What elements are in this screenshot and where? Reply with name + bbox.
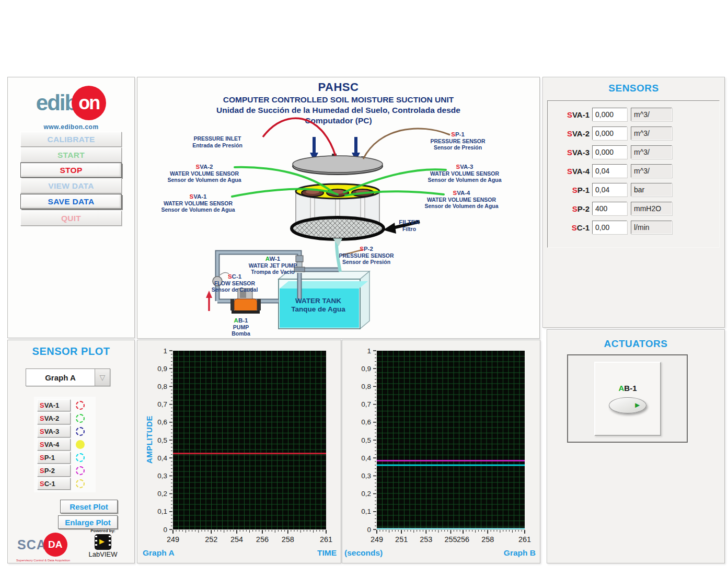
edibon-logo-circle: on [72, 86, 106, 120]
legend-swatch-sp1 [76, 453, 85, 462]
svg-text:0,5: 0,5 [361, 436, 371, 444]
sensors-title: SENSORS [543, 83, 724, 94]
diagram-label-sva2: SVA-2 WATER VOLUME SENSOR Sensor de Volu… [167, 164, 241, 183]
sensor-plot-title: SENSOR PLOT [8, 345, 134, 358]
sva3-value-field[interactable]: 0,000 [592, 145, 627, 159]
sva2-value-field[interactable]: 0,000 [592, 126, 627, 140]
svg-text:261: 261 [518, 535, 531, 544]
legend-swatch-sp2 [76, 466, 85, 475]
ab1-actuator-label: AB-1 [595, 384, 660, 393]
diagram-label-sp1: SP-1 PRESSURE SENSOR Sensor de Presión [430, 131, 485, 151]
start-button[interactable]: START [20, 147, 122, 163]
sp1-value-field[interactable]: 0,04 [592, 183, 627, 197]
ab1-toggle-button[interactable]: ► [609, 397, 646, 413]
svg-text:258: 258 [282, 535, 294, 544]
svg-text:0,3: 0,3 [361, 472, 371, 480]
legend-swatch-sc1 [76, 479, 85, 488]
labview-logo: Powered by: ▶ LabVIEW [82, 528, 124, 558]
actuators-title: ACTUATORS [547, 338, 724, 350]
time-axis-label: TIME [317, 548, 337, 558]
legend-item-sva3: SVA-3 [37, 425, 96, 438]
sva1-unit: m^3/ [631, 108, 672, 121]
svg-text:261: 261 [320, 535, 332, 544]
vessel-lid [293, 154, 383, 175]
svg-text:0,5: 0,5 [157, 436, 167, 444]
graph-selector-dropdown[interactable]: Graph A ▽ [26, 368, 110, 386]
plot-legend: SVA-1 SVA-2 SVA-3 SVA-4 SP-1 SP-2 [34, 397, 96, 492]
diagram-label-sva4: SVA-4 WATER VOLUME SENSOR Sensor de Volu… [424, 190, 498, 210]
enlarge-plot-button[interactable]: Enlarge Plot [58, 515, 118, 529]
graph-b-plot: 10,90,80,70,60,50,40,30,20,1024925125325… [342, 341, 540, 547]
sva3-unit: m^3/ [631, 145, 672, 159]
diagram-label-sc1: SC-1 FLOW SENSOR Sensor de Caudal [212, 273, 258, 293]
svg-text:0,9: 0,9 [361, 365, 371, 373]
svg-text:252: 252 [205, 535, 217, 544]
sensor-row-sva3: SVA-3 0,000 m^3/ [548, 145, 719, 159]
reset-plot-button[interactable]: Reset Plot [60, 500, 118, 513]
sensor-row-sp1: SP-1 0,04 bar [548, 182, 719, 197]
pressure-inlet-hose [263, 118, 336, 156]
diagram-label-sva3: SVA-3 WATER VOLUME SENSOR Sensor de Volu… [427, 164, 501, 183]
sensor-readout-list: SVA-1 0,000 m^3/ SVA-2 0,000 m^3/ SVA-3 … [547, 100, 720, 248]
svg-text:0: 0 [163, 526, 167, 534]
svg-text:254: 254 [230, 535, 243, 544]
chevron-down-icon: ▽ [95, 369, 110, 386]
svg-text:0,4: 0,4 [361, 454, 371, 462]
legend-button-sva2[interactable]: SVA-2 [37, 412, 71, 424]
edibon-logo-text: edib [36, 90, 77, 116]
graph-b-panel: 10,90,80,70,60,50,40,30,20,1024925125325… [342, 340, 540, 563]
legend-button-sva4[interactable]: SVA-4 [37, 439, 71, 451]
svg-text:0,3: 0,3 [157, 472, 167, 480]
legend-swatch-sva1 [76, 401, 85, 410]
legend-item-sc1: SC-1 [37, 477, 96, 490]
sc1-unit: l/min [631, 221, 672, 234]
flow-direction-arrow [206, 291, 212, 311]
stop-button[interactable]: STOP [20, 163, 122, 178]
svg-text:253: 253 [420, 535, 432, 544]
diagram-label-ab1: AB-1 PUMP Bomba [232, 317, 250, 337]
svg-text:256: 256 [256, 535, 269, 544]
svg-text:0,2: 0,2 [361, 490, 371, 498]
svg-text:251: 251 [395, 535, 408, 544]
diagram-label-sp2: SP-2 PRESSURE SENSOR Sensor de Presión [339, 246, 394, 266]
legend-button-sp2[interactable]: SP-2 [37, 465, 71, 477]
sc1-value-field[interactable]: 0,00 [592, 221, 627, 234]
quit-button[interactable]: QUIT [20, 211, 122, 226]
sensor-row-sva2: SVA-2 0,000 m^3/ [548, 126, 719, 141]
legend-button-sva1[interactable]: SVA-1 [37, 399, 71, 411]
sensor-row-sc1: SC-1 0,00 l/min [548, 220, 719, 235]
svg-text:0,9: 0,9 [157, 365, 167, 373]
legend-item-sva4: SVA-4 [37, 438, 96, 451]
legend-swatch-sva3 [76, 427, 85, 436]
legend-item-sva2: SVA-2 [37, 412, 96, 425]
diagram-label-water-tank: WATER TANK Tanque de Agua [291, 297, 345, 314]
graph-a-caption: Graph A [143, 548, 175, 558]
actuators-panel: ACTUATORS AB-1 ► [547, 329, 725, 563]
sensor-row-sp2: SP-2 400 mmH2O [548, 201, 719, 216]
sensor-row-sva1: SVA-1 0,000 m^3/ [548, 107, 719, 122]
process-diagram-panel: PAHSC COMPUTER CONTROLLED SOIL MOISTURE … [137, 77, 540, 339]
legend-button-sva3[interactable]: SVA-3 [37, 425, 71, 437]
sensors-panel: SENSORS SVA-1 0,000 m^3/ SVA-2 0,000 m^3… [542, 77, 725, 328]
svg-text:249: 249 [167, 535, 179, 544]
calibrate-button[interactable]: CALIBRATE [20, 132, 122, 147]
sensor-plot-panel: SENSOR PLOT Graph A ▽ SVA-1 SVA-2 SVA-3 … [7, 340, 135, 563]
sp2-value-field[interactable]: 400 [592, 202, 627, 215]
scada-application-window: edib on www.edibon.com CALIBRATE START S… [0, 0, 728, 588]
legend-swatch-sva2 [76, 414, 85, 423]
seconds-axis-label: (seconds) [344, 548, 383, 558]
sva1-value-field[interactable]: 0,000 [592, 108, 627, 121]
svg-text:0,2: 0,2 [157, 490, 167, 498]
save-data-button[interactable]: SAVE DATA [20, 194, 122, 209]
ab1-actuator-control: AB-1 ► [594, 362, 661, 436]
legend-item-sp2: SP-2 [37, 464, 96, 477]
legend-button-sp1[interactable]: SP-1 [37, 452, 71, 464]
diagram-label-pressure-inlet: PRESSURE INLET Entrada de Presión [192, 135, 242, 148]
legend-swatch-sva4 [76, 440, 85, 449]
view-data-button[interactable]: VIEW DATA [20, 178, 122, 193]
legend-button-sc1[interactable]: SC-1 [37, 478, 71, 490]
legend-item-sva1: SVA-1 [37, 399, 96, 412]
sva4-value-field[interactable]: 0,04 [592, 164, 627, 178]
svg-text:0,7: 0,7 [361, 400, 371, 408]
graph-a-plot: 10,90,80,70,60,50,40,30,20,1024925225425… [137, 341, 341, 547]
